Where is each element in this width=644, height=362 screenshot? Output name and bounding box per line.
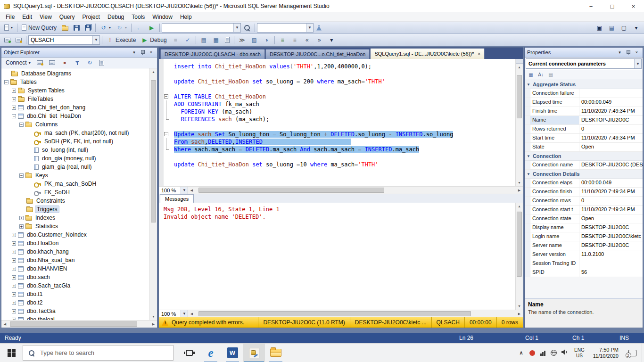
scroll-up-icon[interactable]: ▲ bbox=[150, 68, 157, 75]
close-button[interactable]: × bbox=[148, 49, 155, 56]
scroll-thumb[interactable] bbox=[198, 188, 384, 193]
window-position-button[interactable]: ▾ bbox=[616, 49, 623, 56]
tree-item[interactable]: +dbo.TacGia bbox=[1, 307, 149, 315]
expand-icon[interactable]: + bbox=[12, 250, 16, 254]
messages-pane[interactable]: Msg 208, Level 16, State 1, Line 1Invali… bbox=[159, 203, 515, 310]
save-all-button[interactable] bbox=[83, 23, 93, 33]
expand-icon[interactable]: + bbox=[12, 284, 16, 288]
collapse-icon[interactable]: − bbox=[4, 80, 8, 84]
code-line[interactable]: −Update sach Set So_luong_ton = So_luong… bbox=[159, 131, 515, 138]
scroll-right-icon[interactable]: ▶ bbox=[516, 187, 523, 194]
results-to-text-button[interactable]: ▤ bbox=[198, 35, 210, 45]
code-line[interactable]: REFERENCES sach (ma_sach); bbox=[159, 115, 515, 123]
code-line[interactable]: From sach,DELETED,INSERTED bbox=[159, 138, 515, 146]
action-center-button[interactable]: 2 bbox=[623, 344, 642, 362]
expand-icon[interactable]: + bbox=[12, 292, 16, 296]
object-explorer-vscrollbar[interactable]: ▲ ▼ bbox=[149, 68, 157, 320]
tree-item[interactable]: +dbo.Customer_NoIndex bbox=[1, 230, 149, 239]
tree-item[interactable]: Triggers bbox=[1, 205, 149, 214]
menu-help[interactable]: Help bbox=[176, 13, 196, 21]
scroll-down-icon[interactable]: ▼ bbox=[150, 313, 157, 320]
pin-button[interactable] bbox=[625, 49, 632, 56]
navigate-backward-button[interactable]: ← bbox=[133, 23, 145, 33]
tree-item[interactable]: +dbo.t2 bbox=[1, 298, 149, 307]
connect-button[interactable] bbox=[2, 35, 13, 45]
open-file-button[interactable] bbox=[59, 23, 71, 33]
expand-icon[interactable]: + bbox=[19, 224, 24, 229]
alphabetical-button[interactable]: A↓ bbox=[537, 71, 545, 79]
tree-item[interactable]: −Columns bbox=[1, 120, 149, 129]
show-desktop-button[interactable] bbox=[642, 344, 644, 362]
close-button[interactable]: × bbox=[623, 0, 644, 12]
execute-button[interactable]: !Execute bbox=[104, 35, 138, 45]
tree-item[interactable]: −Tables bbox=[1, 78, 149, 86]
collapse-icon[interactable]: − bbox=[12, 114, 16, 118]
property-pages-button[interactable]: ▤ bbox=[546, 71, 555, 79]
tree-item[interactable]: −Keys bbox=[1, 171, 149, 180]
messages-vscrollbar[interactable]: ▲ ▼ bbox=[515, 203, 523, 310]
decrease-indent-button[interactable]: « bbox=[301, 35, 313, 45]
menu-edit[interactable]: Edit bbox=[18, 13, 36, 21]
code-line[interactable] bbox=[159, 70, 515, 78]
property-group-header[interactable]: ▼Connection Details bbox=[525, 170, 643, 179]
expand-icon[interactable]: + bbox=[12, 267, 16, 271]
debug-location-combo[interactable]: ▼ bbox=[162, 23, 241, 33]
code-line[interactable]: Where sach.ma_sach = DELETED.ma_sach And… bbox=[159, 146, 515, 153]
tray-network-button[interactable] bbox=[537, 344, 548, 362]
code-line[interactable]: −ALTER TABLE Chi_tiet_HoaDon bbox=[159, 93, 515, 100]
object-explorer-window-button[interactable]: ▢ bbox=[618, 23, 630, 33]
menu-tools[interactable]: Tools bbox=[128, 13, 149, 21]
new-query-shortcut-button[interactable]: ▾ bbox=[2, 23, 15, 33]
language-indicator[interactable]: ENG US bbox=[570, 347, 589, 359]
scroll-right-icon[interactable]: ▶ bbox=[516, 310, 523, 317]
save-button[interactable] bbox=[71, 23, 82, 33]
menu-debug[interactable]: Debug bbox=[104, 13, 128, 21]
available-databases[interactable]: QLSACH▼ bbox=[28, 35, 100, 45]
property-row[interactable]: StateOpen bbox=[525, 143, 643, 152]
menu-view[interactable]: View bbox=[36, 13, 56, 21]
minimize-button[interactable]: − bbox=[580, 0, 602, 12]
property-row[interactable]: Connection nameDESKTOP-JIU2O0C (DES bbox=[525, 161, 643, 170]
tray-internet-button[interactable] bbox=[548, 344, 559, 362]
scroll-left-icon[interactable]: ◀ bbox=[188, 187, 195, 194]
code-line[interactable]: ADD CONSTRAINT fk_ma_sach bbox=[159, 100, 515, 108]
tree-item[interactable]: +dbo.sach bbox=[1, 273, 149, 281]
tree-item[interactable]: ma_sach (PK, char(200), not null) bbox=[1, 129, 149, 137]
sqlcmd-mode-button[interactable]: ≫ bbox=[236, 35, 248, 45]
tray-antivirus-button[interactable] bbox=[527, 344, 537, 362]
tree-item[interactable]: +dbo.t1 bbox=[1, 290, 149, 298]
tree-item[interactable]: FK_SoDH bbox=[1, 188, 149, 197]
tree-item[interactable]: +dbo.Sach_tacGia bbox=[1, 281, 149, 290]
property-row[interactable]: Login nameDESKTOP-JIU2O0C\kietc bbox=[525, 232, 643, 241]
property-row[interactable]: Server version11.0.2100 bbox=[525, 250, 643, 259]
uncomment-selection-button[interactable]: ≡ bbox=[289, 35, 301, 45]
query-toolbar-options-button[interactable]: ▾ bbox=[326, 35, 338, 45]
tree-item[interactable]: +dbo.Nha_xuat_ban bbox=[1, 256, 149, 264]
maximize-button[interactable]: □ bbox=[602, 0, 623, 12]
menu-project[interactable]: Project bbox=[79, 13, 104, 21]
taskbar-search-input[interactable] bbox=[39, 349, 168, 357]
collapse-icon[interactable]: − bbox=[19, 123, 24, 127]
tree-item[interactable]: don_gia (money, null) bbox=[1, 154, 149, 163]
sql-editor[interactable]: insert into Chi_tiet_HoaDon values('THTH… bbox=[159, 59, 515, 186]
editor-vscrollbar[interactable]: ▲ ▼ bbox=[515, 59, 523, 186]
refresh-button[interactable]: ↻ bbox=[84, 58, 96, 68]
scroll-thumb[interactable] bbox=[10, 321, 137, 327]
tree-item[interactable]: +dbo.NHANVIEN bbox=[1, 264, 149, 273]
debug-button[interactable]: ▶Debug bbox=[139, 35, 169, 45]
filter-button[interactable] bbox=[72, 58, 83, 68]
taskbar-app-browser[interactable]: e bbox=[200, 344, 222, 362]
document-tab-1[interactable]: DESKTOP-JIU2O0C.QLSACH - dbo.sach bbox=[160, 49, 265, 59]
scroll-left-icon[interactable]: ◀ bbox=[188, 310, 195, 317]
code-line[interactable] bbox=[159, 153, 515, 161]
property-row[interactable]: Rows returned0 bbox=[525, 125, 643, 134]
property-row[interactable]: NameDESKTOP-JIU2O0C bbox=[525, 116, 643, 125]
menu-window[interactable]: Window bbox=[149, 13, 176, 21]
start-button[interactable] bbox=[0, 344, 23, 362]
connect-button[interactable]: Connect▾ bbox=[3, 58, 33, 68]
expand-icon[interactable]: + bbox=[12, 301, 16, 305]
scroll-thumb[interactable] bbox=[198, 311, 471, 316]
cancel-query-button[interactable]: ■ bbox=[170, 35, 182, 45]
activity-button[interactable] bbox=[47, 58, 58, 68]
property-row[interactable]: Connection start t11/10/2020 7:49:34 PM bbox=[525, 206, 643, 214]
